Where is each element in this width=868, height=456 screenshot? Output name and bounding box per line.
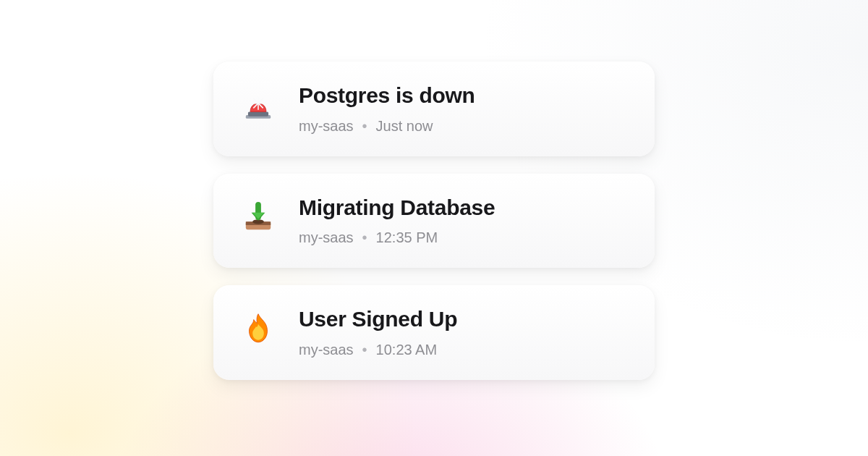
meta-separator: • [362,230,367,245]
notification-project: my-saas [299,230,354,245]
notification-title: User Signed Up [299,307,457,332]
notification-meta: my-saas • Just now [299,119,475,133]
notification-time: 10:23 AM [376,342,438,357]
download-tray-icon [238,197,278,237]
notification-body: Postgres is down my-saas • Just now [299,83,475,133]
notification-title: Migrating Database [299,195,495,221]
notification-body: Migrating Database my-saas • 12:35 PM [299,195,495,245]
notification-card[interactable]: User Signed Up my-saas • 10:23 AM [213,285,655,380]
notification-project: my-saas [299,342,354,357]
notification-time: Just now [376,119,433,133]
svg-rect-1 [248,111,268,116]
notification-time: 12:35 PM [376,230,438,245]
notification-meta: my-saas • 10:23 AM [299,342,457,357]
notification-card[interactable]: Postgres is down my-saas • Just now [213,62,655,156]
notification-meta: my-saas • 12:35 PM [299,230,495,245]
fire-icon [238,308,278,349]
notification-project: my-saas [299,119,354,133]
meta-separator: • [362,119,367,133]
meta-separator: • [362,342,367,357]
notification-list: Postgres is down my-saas • Just now Migr… [213,62,655,380]
notification-title: Postgres is down [299,83,475,109]
notification-card[interactable]: Migrating Database my-saas • 12:35 PM [213,174,655,269]
siren-icon [238,85,278,125]
notification-body: User Signed Up my-saas • 10:23 AM [299,307,457,357]
